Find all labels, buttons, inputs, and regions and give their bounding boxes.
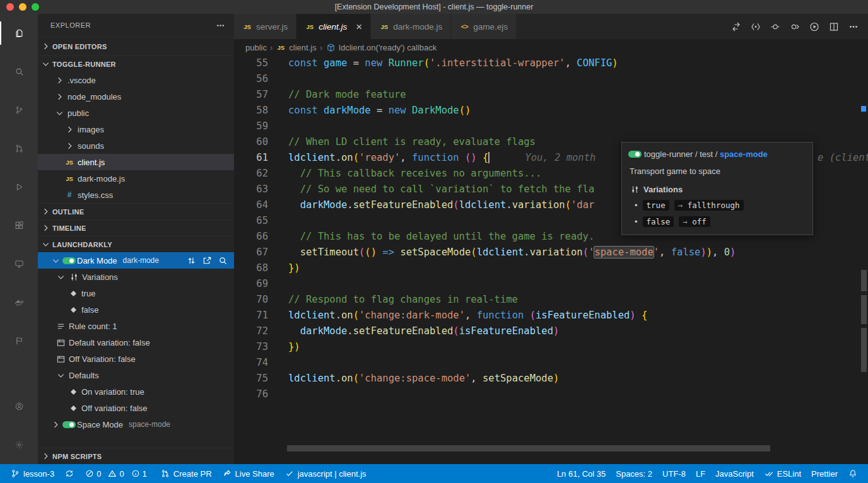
code-line-58[interactable]: 58const darkMode = new DarkMode()	[234, 103, 859, 119]
folder-sounds[interactable]: sounds	[38, 137, 234, 154]
breadcrumb-item-public[interactable]: public	[245, 43, 267, 52]
more-actions-icon[interactable]	[215, 20, 225, 30]
flag-link[interactable]: space-mode	[720, 149, 768, 159]
activity-launchdarkly[interactable]	[0, 322, 38, 360]
status-language-mode[interactable]: JavaScript	[710, 464, 759, 483]
line-content: })	[288, 339, 300, 355]
chevron-right-icon	[54, 91, 64, 102]
code-line-76[interactable]: 76	[234, 387, 859, 402]
flag-wrap-icon[interactable]	[751, 21, 761, 32]
ld-item-defaults[interactable]: Defaults	[38, 367, 234, 383]
activity-docker[interactable]	[0, 283, 38, 322]
tab-game-ejs[interactable]: <>game.ejs	[451, 14, 517, 39]
code-line-69[interactable]: 69	[234, 276, 859, 292]
file-client-js[interactable]: JSclient.js	[38, 154, 234, 170]
section-label: TIMELINE	[52, 224, 86, 232]
status-live-share[interactable]: Live Share	[217, 464, 279, 483]
code-line-71[interactable]: 71ldclient.on('change:dark-mode', functi…	[234, 308, 859, 323]
ld-item-off-variation-false[interactable]: Off Variation: false	[38, 351, 234, 367]
horizontal-scrollbar[interactable]	[287, 445, 770, 451]
close-icon[interactable]: ×	[356, 21, 362, 32]
breadcrumb-item-client-js[interactable]: JSclient.js	[276, 42, 316, 52]
code-line-59[interactable]: 59	[234, 119, 859, 134]
status-eol[interactable]: LF	[691, 464, 710, 483]
status-sync[interactable]	[59, 464, 79, 483]
overview-ruler[interactable]	[859, 55, 868, 464]
status-branch[interactable]: lesson-3	[5, 464, 59, 483]
folder-images[interactable]: images	[38, 121, 234, 137]
activity-accounts[interactable]	[0, 387, 38, 426]
code-line-68[interactable]: 68})	[234, 260, 859, 276]
file-styles-css[interactable]: #styles.css	[38, 187, 234, 203]
minimize-window-button[interactable]	[19, 3, 26, 11]
activity-search[interactable]	[0, 52, 38, 91]
ld-item-variations[interactable]: Variations	[38, 269, 234, 285]
activity-github-pull-requests[interactable]	[0, 129, 38, 168]
folder-public[interactable]: public	[38, 105, 234, 121]
section-timeline[interactable]: TIMELINE	[38, 219, 234, 236]
ld-item-dark-mode[interactable]: Dark Modedark-mode	[38, 252, 234, 269]
code-line-67[interactable]: 67 setTimeout(() => setSpaceMode(ldclien…	[234, 245, 859, 260]
activity-source-control[interactable]	[0, 91, 38, 129]
file-dark-mode-js[interactable]: JSdark-mode.js	[38, 170, 234, 187]
activity-explorer[interactable]	[0, 14, 38, 52]
variation-box-icon	[56, 337, 66, 347]
line-content: ldclient.on('change:space-mode', setSpac…	[288, 371, 559, 387]
section-npm-scripts[interactable]: NPM SCRIPTS	[38, 448, 234, 464]
activity-extensions[interactable]	[0, 206, 38, 245]
status-cursor-position[interactable]: Ln 61, Col 35	[552, 464, 611, 483]
ld-item-space-mode[interactable]: Space Modespace-mode	[38, 416, 234, 433]
code-line-56[interactable]: 56	[234, 71, 859, 87]
status-notifications[interactable]	[843, 464, 863, 483]
tab-client-js[interactable]: JSclient.js×	[296, 14, 371, 39]
status-problems[interactable]: 001	[79, 464, 155, 483]
window-title: [Extension Development Host] - client.js…	[335, 3, 534, 11]
section-outline[interactable]: OUTLINE	[38, 203, 234, 219]
code-line-73[interactable]: 73})	[234, 339, 859, 355]
close-window-button[interactable]	[6, 3, 14, 11]
more-icon[interactable]	[848, 21, 859, 32]
code-line-74[interactable]: 74	[234, 355, 859, 371]
split-editor-icon[interactable]	[829, 21, 839, 32]
ld-item-rule-count-1[interactable]: Rule count: 1	[38, 318, 234, 334]
toggle-flag-icon[interactable]	[186, 255, 196, 265]
ld-item-on-variation-true[interactable]: On variation: true	[38, 383, 234, 400]
status-encoding[interactable]: UTF-8	[657, 464, 691, 483]
activity-settings[interactable]	[0, 426, 38, 464]
launchdarkly-icon	[14, 336, 24, 346]
status-language-status[interactable]: javascript | client.js	[279, 464, 372, 483]
tabs: JSserver.jsJSclient.js×JSdark-mode.js<>g…	[234, 14, 517, 39]
status-prettier[interactable]: Prettier	[806, 464, 843, 483]
tab-server-js[interactable]: JSserver.js	[234, 14, 296, 39]
ld-item-off-variation-false[interactable]: Off variation: false	[38, 400, 234, 416]
code-line-70[interactable]: 70// Respond to flag changes in real-tim…	[234, 292, 859, 308]
breadcrumb-item-ldclient-on-ready-callback[interactable]: ldclient.on('ready') callback	[326, 42, 437, 52]
tab-dark-mode-js[interactable]: JSdark-mode.js	[371, 14, 451, 39]
search-small-icon[interactable]	[218, 255, 228, 265]
open-external-icon[interactable]	[202, 255, 212, 265]
section-label: LAUNCHDARKLY	[52, 241, 112, 248]
code-line-57[interactable]: 57// Dark mode feature	[234, 87, 859, 103]
code-line-72[interactable]: 72 darkMode.setFeatureEnabled(isFeatureE…	[234, 323, 859, 339]
activity-remote-explorer[interactable]	[0, 245, 38, 283]
code-line-75[interactable]: 75ldclient.on('change:space-mode', setSp…	[234, 371, 859, 387]
flag-toggle-icon[interactable]	[770, 21, 780, 32]
status-indentation[interactable]: Spaces: 2	[611, 464, 657, 483]
ld-item-false[interactable]: false	[38, 301, 234, 318]
folder-node-modules[interactable]: node_modules	[38, 88, 234, 105]
section-project[interactable]: TOGGLE-RUNNER	[38, 55, 234, 72]
open-changes-icon[interactable]	[731, 21, 741, 32]
zoom-window-button[interactable]	[32, 3, 39, 11]
status-create-pr[interactable]: Create PR	[155, 464, 217, 483]
section-launchdarkly[interactable]: LAUNCHDARKLY	[38, 236, 234, 252]
code-editor[interactable]: 55const game = new Runner('.interstitial…	[234, 55, 859, 464]
code-line-55[interactable]: 55const game = new Runner('.interstitial…	[234, 55, 859, 71]
flag-open-icon[interactable]	[790, 21, 800, 32]
run-circle-icon[interactable]	[809, 21, 819, 32]
status-eslint[interactable]: ESLint	[759, 464, 806, 483]
folder-vscode[interactable]: .vscode	[38, 72, 234, 88]
activity-run-debug[interactable]	[0, 168, 38, 206]
ld-item-default-variation-false[interactable]: Default variation: false	[38, 334, 234, 351]
section-open-editors[interactable]: OPEN EDITORS	[38, 37, 234, 55]
ld-item-true[interactable]: true	[38, 285, 234, 301]
